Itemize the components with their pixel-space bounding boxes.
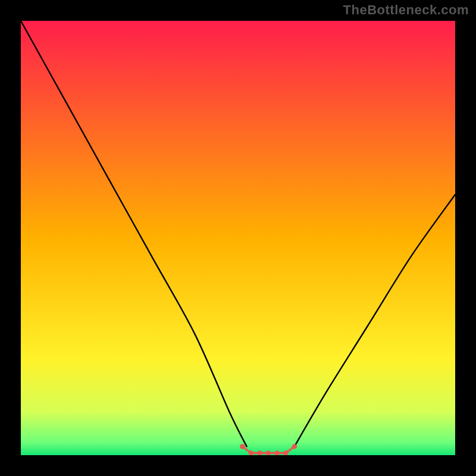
plot-area — [21, 21, 455, 455]
svg-point-24 — [292, 444, 297, 449]
svg-point-1 — [243, 447, 246, 449]
chart-svg — [21, 21, 455, 455]
svg-point-22 — [289, 449, 291, 451]
watermark-text: TheBottleneck.com — [343, 2, 469, 18]
gradient-background — [21, 21, 455, 455]
chart-frame: TheBottleneck.com — [0, 0, 476, 476]
svg-point-21 — [287, 450, 289, 452]
svg-point-2 — [245, 449, 248, 451]
